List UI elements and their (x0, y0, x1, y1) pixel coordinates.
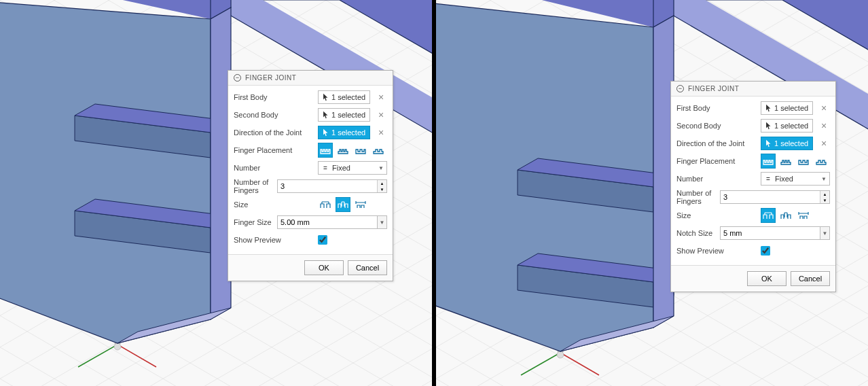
label-num-fingers: Number of Fingers (234, 178, 277, 194)
label-number: Number (676, 175, 761, 183)
number-mode-dropdown[interactable]: = Fixed ▼ (761, 172, 830, 186)
show-preview-checkbox[interactable] (761, 246, 770, 256)
placement-option-2[interactable] (336, 143, 350, 158)
cursor-icon (323, 128, 329, 137)
number-mode-value: Fixed (329, 164, 376, 172)
selection-first-body[interactable]: 1 selected (318, 90, 370, 104)
clear-direction[interactable]: × (818, 137, 830, 150)
collapse-icon[interactable] (676, 85, 684, 92)
finger-size-input[interactable] (277, 215, 378, 229)
label-direction: Direction of the Joint (234, 128, 318, 137)
clear-second-body[interactable]: × (375, 109, 387, 121)
chevron-down-icon: ▼ (378, 165, 384, 171)
selection-text: 1 selected (774, 104, 808, 112)
label-show-preview: Show Preview (234, 236, 318, 244)
spinner-up[interactable]: ▲ (820, 191, 829, 197)
size-option-1[interactable] (318, 197, 333, 212)
size-option-3[interactable] (796, 208, 811, 223)
spinner-down[interactable]: ▼ (378, 186, 386, 192)
label-size: Size (234, 200, 318, 209)
label-finger-size: Finger Size (234, 218, 277, 226)
placement-option-3[interactable] (353, 143, 368, 158)
size-dropdown-arrow[interactable]: ▼ (378, 215, 387, 229)
selection-text: 1 selected (774, 122, 808, 130)
label-second-body: Second Body (676, 122, 761, 130)
cursor-icon (765, 104, 772, 112)
placement-option-4[interactable] (371, 143, 386, 158)
label-number: Number (234, 164, 318, 172)
size-option-1[interactable] (761, 208, 776, 223)
selection-second-body[interactable]: 1 selected (761, 119, 813, 133)
label-size: Size (676, 211, 761, 220)
selection-text: 1 selected (331, 111, 365, 119)
viewport-right: FINGER JOINT First Body 1 selected × Sec… (436, 0, 868, 386)
cursor-icon (323, 93, 329, 101)
equals-icon: = (764, 175, 772, 183)
selection-text: 1 selected (331, 93, 365, 101)
equals-icon: = (321, 164, 329, 172)
show-preview-checkbox[interactable] (318, 235, 327, 245)
num-fingers-input[interactable] (278, 180, 377, 192)
label-direction: Direction of the Joint (676, 139, 761, 147)
selection-text: 1 selected (331, 128, 365, 137)
label-num-fingers: Number of Fingers (676, 189, 720, 205)
dialog-title: FINGER JOINT (688, 85, 739, 92)
size-dropdown-arrow[interactable]: ▼ (820, 226, 830, 240)
placement-option-2[interactable] (778, 154, 793, 169)
size-option-3[interactable] (353, 197, 368, 212)
label-placement: Finger Placement (234, 146, 318, 154)
placement-option-1[interactable] (761, 154, 776, 169)
num-fingers-input[interactable] (721, 191, 820, 203)
chevron-down-icon: ▼ (821, 176, 827, 182)
cancel-button[interactable]: Cancel (348, 260, 387, 275)
spinner-down[interactable]: ▼ (820, 197, 829, 203)
cursor-icon (765, 139, 772, 147)
cancel-button[interactable]: Cancel (791, 271, 830, 286)
cursor-icon (323, 111, 329, 119)
ok-button[interactable]: OK (304, 260, 344, 275)
finger-joint-dialog: FINGER JOINT First Body 1 selected × Sec… (670, 81, 836, 292)
cursor-icon (765, 122, 772, 130)
number-mode-dropdown[interactable]: = Fixed ▼ (318, 161, 387, 175)
selection-first-body[interactable]: 1 selected (761, 101, 813, 115)
size-option-2[interactable] (336, 197, 350, 212)
placement-option-3[interactable] (796, 154, 811, 169)
selection-direction[interactable]: 1 selected (318, 126, 370, 139)
clear-first-body[interactable]: × (818, 102, 830, 114)
notch-size-input[interactable] (720, 226, 820, 240)
label-placement: Finger Placement (676, 157, 761, 165)
dialog-title: FINGER JOINT (245, 74, 296, 82)
finger-joint-dialog: FINGER JOINT First Body 1 selected × Sec… (228, 70, 393, 281)
placement-option-1[interactable] (318, 143, 333, 158)
label-first-body: First Body (676, 104, 761, 112)
collapse-icon[interactable] (234, 74, 241, 82)
viewport-left: FINGER JOINT First Body 1 selected × Sec… (0, 0, 432, 386)
selection-second-body[interactable]: 1 selected (318, 108, 370, 122)
ok-button[interactable]: OK (747, 271, 786, 286)
label-second-body: Second Body (234, 111, 318, 119)
selection-direction[interactable]: 1 selected (761, 137, 813, 150)
clear-direction[interactable]: × (375, 126, 387, 139)
clear-first-body[interactable]: × (375, 91, 387, 103)
number-mode-value: Fixed (772, 175, 818, 183)
selection-text: 1 selected (774, 139, 808, 147)
label-first-body: First Body (234, 93, 318, 101)
size-option-2[interactable] (778, 208, 793, 223)
label-show-preview: Show Preview (676, 247, 761, 255)
placement-option-4[interactable] (814, 154, 829, 169)
clear-second-body[interactable]: × (818, 120, 830, 132)
spinner-up[interactable]: ▲ (378, 180, 386, 186)
label-notch-size: Notch Size (676, 229, 720, 237)
svg-point-5 (114, 343, 121, 350)
svg-point-11 (557, 351, 564, 358)
